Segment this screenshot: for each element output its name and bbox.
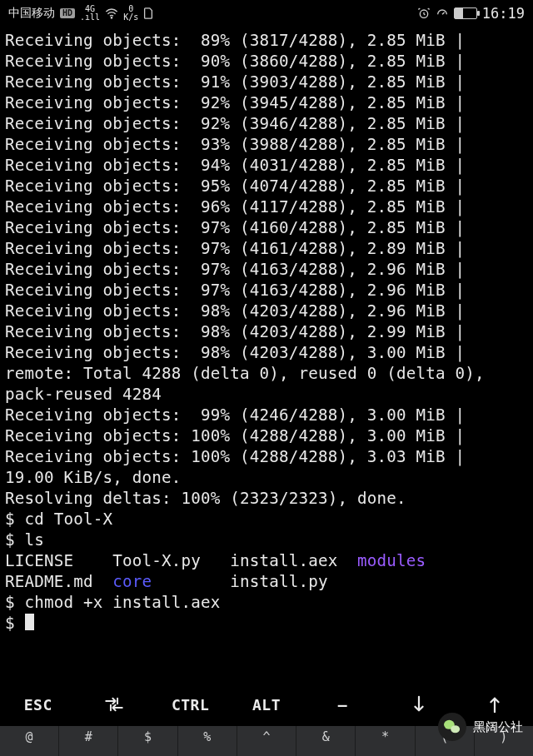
watermark: 黑阔公社 bbox=[438, 713, 523, 741]
ime-key[interactable]: # bbox=[59, 726, 118, 756]
key-dash[interactable]: — bbox=[305, 688, 381, 722]
net-speed: 0 K/s bbox=[123, 5, 138, 22]
ime-key[interactable]: * bbox=[356, 726, 415, 756]
status-bar-right: 16:19 bbox=[417, 5, 525, 22]
alarm-icon bbox=[417, 7, 431, 20]
ime-key[interactable]: ^ bbox=[237, 726, 296, 756]
receiving-line: Receiving objects: 97% (4161/4288), 2.89… bbox=[5, 238, 528, 259]
receiving-line: Receiving objects: 90% (3860/4288), 2.85… bbox=[5, 51, 528, 72]
receiving-line: Receiving objects: 98% (4203/4288), 2.96… bbox=[5, 301, 528, 321]
cmd-cd: $ cd Tool-X bbox=[5, 509, 528, 530]
ls-row-2: README.md core install.py bbox=[5, 571, 528, 592]
receiving-line: Receiving objects: 97% (4163/4288), 2.96… bbox=[5, 280, 528, 301]
ls-entry: core bbox=[112, 572, 230, 591]
receiving-line: Receiving objects: 97% (4163/4288), 2.96… bbox=[5, 259, 528, 280]
receiving-line: Receiving objects: 100% (4288/4288), 3.0… bbox=[5, 425, 528, 446]
receiving-line: Receiving objects: 95% (4074/4288), 2.85… bbox=[5, 176, 528, 196]
ls-entry: install.py bbox=[230, 572, 357, 591]
key-alt[interactable]: ALT bbox=[228, 688, 304, 722]
network-indicator: 4G .ıll bbox=[80, 5, 100, 22]
receiving-line: Receiving objects: 99% (4246/4288), 3.00… bbox=[5, 405, 528, 425]
clock: 16:19 bbox=[482, 5, 525, 22]
remote-line: remote: Total 4288 (delta 0), reused 0 (… bbox=[5, 363, 528, 405]
ls-entry: LICENSE bbox=[5, 551, 112, 570]
svg-point-3 bbox=[451, 725, 460, 733]
ime-key[interactable]: $ bbox=[118, 726, 177, 756]
key-tab[interactable] bbox=[76, 688, 152, 721]
carrier-label: 中国移动 bbox=[8, 6, 55, 21]
receiving-line: Receiving objects: 98% (4203/4288), 3.00… bbox=[5, 342, 528, 363]
receiving-line: Receiving objects: 97% (4160/4288), 2.85… bbox=[5, 217, 528, 238]
cursor bbox=[25, 614, 34, 630]
ime-key[interactable]: & bbox=[296, 726, 356, 756]
ls-row-1: LICENSE Tool-X.py install.aex modules bbox=[5, 550, 528, 571]
receiving-line: Receiving objects: 94% (4031/4288), 2.85… bbox=[5, 155, 528, 176]
receiving-line: Receiving objects: 92% (3945/4288), 2.85… bbox=[5, 92, 528, 113]
status-bar: 中国移动 HD 4G .ıll 0 K/s bbox=[0, 0, 533, 27]
done-line: 19.00 KiB/s, done. bbox=[5, 467, 528, 488]
ls-entry: modules bbox=[357, 551, 456, 570]
ime-key[interactable]: % bbox=[178, 726, 237, 756]
ls-entry: README.md bbox=[5, 572, 112, 591]
prompt-current[interactable]: $ bbox=[5, 613, 528, 634]
cmd-chmod: $ chmod +x install.aex bbox=[5, 592, 528, 613]
terminal-output[interactable]: Receiving objects: 89% (3817/4288), 2.85… bbox=[0, 27, 533, 634]
status-bar-left: 中国移动 HD 4G .ıll 0 K/s bbox=[8, 5, 153, 22]
battery-icon bbox=[454, 7, 477, 19]
wechat-icon bbox=[438, 713, 466, 741]
arrow-down-icon bbox=[412, 695, 426, 714]
ime-key[interactable]: @ bbox=[0, 726, 59, 756]
ls-entry: install.aex bbox=[230, 551, 357, 570]
signal-icon: .ıll bbox=[80, 13, 100, 22]
svg-point-0 bbox=[111, 17, 112, 18]
speed-icon bbox=[436, 7, 449, 20]
sim-icon bbox=[143, 7, 153, 19]
receiving-line: Receiving objects: 92% (3946/4288), 2.85… bbox=[5, 113, 528, 134]
deltas-line: Resolving deltas: 100% (2323/2323), done… bbox=[5, 488, 528, 509]
arrow-up-icon bbox=[488, 695, 501, 714]
receiving-line: Receiving objects: 89% (3817/4288), 2.85… bbox=[5, 30, 528, 51]
receiving-line: Receiving objects: 98% (4203/4288), 2.99… bbox=[5, 321, 528, 342]
receiving-line: Receiving objects: 100% (4288/4288), 3.0… bbox=[5, 446, 528, 467]
cmd-ls: $ ls bbox=[5, 530, 528, 550]
key-ctrl[interactable]: CTRL bbox=[152, 688, 228, 722]
key-esc[interactable]: ESC bbox=[0, 688, 76, 722]
net-speed-unit: K/s bbox=[123, 13, 138, 22]
wifi-icon bbox=[105, 7, 118, 19]
tab-icon bbox=[103, 696, 125, 713]
watermark-text: 黑阔公社 bbox=[473, 719, 523, 735]
hd-badge: HD bbox=[60, 8, 75, 18]
receiving-line: Receiving objects: 93% (3988/4288), 2.85… bbox=[5, 134, 528, 155]
ls-entry: Tool-X.py bbox=[112, 551, 230, 570]
receiving-line: Receiving objects: 91% (3903/4288), 2.85… bbox=[5, 72, 528, 92]
receiving-line: Receiving objects: 96% (4117/4288), 2.85… bbox=[5, 196, 528, 217]
